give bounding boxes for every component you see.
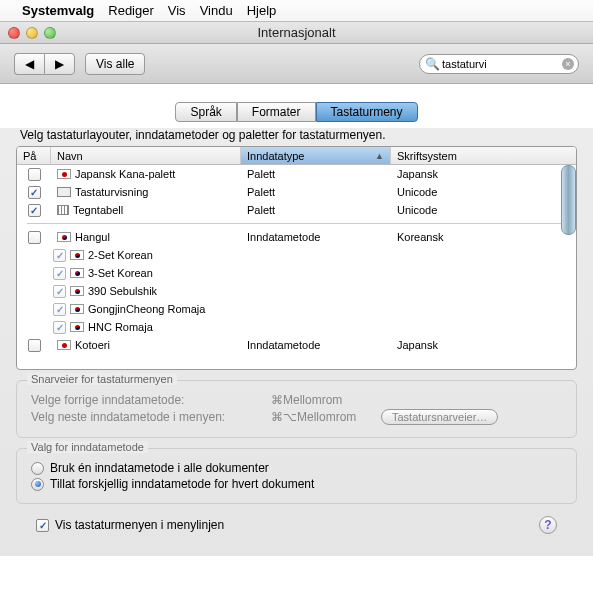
column-on[interactable]: På [17, 147, 51, 164]
table-subrow: 2-Set Korean [17, 246, 576, 264]
zoom-button[interactable] [44, 27, 56, 39]
radio-diff-method-label: Tillat forskjellig inndatametode for hve… [50, 477, 314, 491]
keyboard-shortcuts-button[interactable]: Tastatursnarveier… [381, 409, 498, 425]
radio-diff-method[interactable] [31, 478, 44, 491]
tab-formats[interactable]: Formater [237, 102, 316, 122]
window-title: Internasjonalt [0, 25, 593, 40]
table-subrow: 390 Sebulshik [17, 282, 576, 300]
radio-one-method-label: Bruk én inndatametode i alle dokumenter [50, 461, 269, 475]
menu-edit[interactable]: Rediger [108, 3, 154, 18]
column-script[interactable]: Skriftsystem [391, 147, 576, 164]
minimize-button[interactable] [26, 27, 38, 39]
checkbox[interactable] [28, 339, 41, 352]
titlebar: Internasjonalt [0, 22, 593, 44]
table-row: Japansk Kana-palett Palett Japansk [17, 165, 576, 183]
back-button[interactable]: ◀ [14, 53, 44, 75]
input-method-options-group: Valg for inndatametode Bruk én inndatame… [16, 448, 577, 504]
search-input[interactable] [419, 54, 579, 74]
table-row: Hangul Inndatametode Koreansk [17, 228, 576, 246]
menu-help[interactable]: Hjelp [247, 3, 277, 18]
flag-kr-icon [70, 322, 84, 332]
flag-kr-icon [57, 232, 71, 242]
table-row: Kotoeri Inndatametode Japansk [17, 336, 576, 354]
scrollbar-thumb[interactable] [561, 165, 576, 235]
tab-language[interactable]: Språk [175, 102, 236, 122]
next-input-label: Velg neste inndatametode i menyen: [31, 410, 271, 424]
show-keyboard-menu-checkbox[interactable] [36, 519, 49, 532]
checkbox[interactable] [53, 321, 66, 334]
tab-bar: Språk Formater Tastaturmeny [16, 102, 577, 122]
checkbox[interactable] [53, 303, 66, 316]
search-icon: 🔍 [425, 57, 440, 71]
show-all-button[interactable]: Vis alle [85, 53, 145, 75]
options-legend: Valg for inndatametode [27, 441, 148, 453]
forward-button[interactable]: ▶ [44, 53, 75, 75]
checkbox[interactable] [53, 285, 66, 298]
table-subrow: GongjinCheong Romaja [17, 300, 576, 318]
table-row: Tastaturvisning Palett Unicode [17, 183, 576, 201]
flag-jp-icon [57, 169, 71, 179]
checkbox[interactable] [53, 267, 66, 280]
menu-window[interactable]: Vindu [200, 3, 233, 18]
table-subrow: HNC Romaja [17, 318, 576, 336]
flag-kr-icon [70, 286, 84, 296]
character-palette-icon [57, 205, 69, 215]
checkbox[interactable] [53, 249, 66, 262]
clear-search-icon[interactable]: × [562, 58, 574, 70]
help-button[interactable]: ? [539, 516, 557, 534]
checkbox[interactable] [28, 204, 41, 217]
shortcuts-legend: Snarveier for tastaturmenyen [27, 373, 177, 385]
column-type[interactable]: Inndatatype▲ [241, 147, 391, 164]
menubar: Systemvalg Rediger Vis Vindu Hjelp [0, 0, 593, 22]
next-input-shortcut: ⌘⌥Mellomrom [271, 410, 381, 424]
checkbox[interactable] [28, 231, 41, 244]
close-button[interactable] [8, 27, 20, 39]
menu-view[interactable]: Vis [168, 3, 186, 18]
prev-input-label: Velge forrige inndatametode: [31, 393, 271, 407]
toolbar: ◀ ▶ Vis alle 🔍 × [0, 44, 593, 84]
flag-kr-icon [70, 304, 84, 314]
checkbox[interactable] [28, 168, 41, 181]
table-row: Tegntabell Palett Unicode [17, 201, 576, 219]
checkbox[interactable] [28, 186, 41, 199]
flag-kr-icon [70, 250, 84, 260]
shortcuts-group: Snarveier for tastaturmenyen Velge forri… [16, 380, 577, 438]
input-sources-table: På Navn Inndatatype▲ Skriftsystem Japans… [16, 146, 577, 370]
sort-indicator-icon: ▲ [375, 151, 384, 161]
flag-kr-icon [70, 268, 84, 278]
keyboard-icon [57, 187, 71, 197]
prev-input-shortcut: ⌘Mellomrom [271, 393, 381, 407]
instruction-text: Velg tastaturlayouter, inndatametoder og… [16, 128, 577, 142]
tab-keyboard-menu[interactable]: Tastaturmeny [316, 102, 418, 122]
show-keyboard-menu-label: Vis tastaturmenyen i menylinjen [55, 518, 224, 532]
radio-one-method[interactable] [31, 462, 44, 475]
app-menu[interactable]: Systemvalg [22, 3, 94, 18]
flag-jp-icon [57, 340, 71, 350]
column-name[interactable]: Navn [51, 147, 241, 164]
table-subrow: 3-Set Korean [17, 264, 576, 282]
nav-buttons: ◀ ▶ [14, 53, 75, 75]
